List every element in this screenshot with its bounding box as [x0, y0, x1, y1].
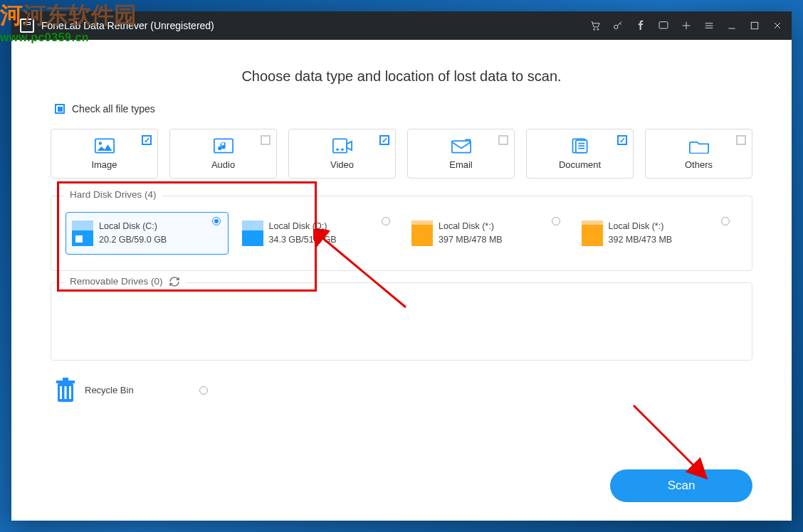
- audio-icon: [214, 138, 233, 155]
- svg-rect-16: [65, 386, 67, 399]
- maximize-icon[interactable]: [749, 20, 760, 31]
- type-label: Audio: [211, 159, 235, 170]
- facebook-icon[interactable]: [635, 20, 646, 31]
- page-heading: Choose data type and location of lost da…: [51, 68, 752, 85]
- drive-text: Local Disk (*:)397 MB/478 MB: [439, 220, 503, 247]
- type-checkbox[interactable]: [261, 135, 271, 145]
- svg-point-2: [614, 25, 618, 28]
- type-checkbox[interactable]: [617, 135, 627, 145]
- drives-legend: Hard Disk Drives (4): [64, 189, 162, 200]
- drive-radio[interactable]: [212, 217, 221, 225]
- drive-radio[interactable]: [552, 217, 560, 225]
- type-card-document[interactable]: Document: [526, 129, 634, 179]
- drive-text: Local Disk (D:)34.3 GB/51.7 GB: [269, 220, 337, 247]
- watermark-overlay: 河河东软件园 www.pc0359.cn: [0, 0, 137, 44]
- type-card-video[interactable]: Video: [288, 129, 396, 179]
- svg-rect-17: [69, 386, 71, 399]
- svg-point-6: [98, 142, 101, 144]
- svg-point-9: [336, 148, 339, 151]
- drive-icon: [411, 220, 433, 246]
- removable-legend-text: Removable Drives (0): [70, 276, 163, 287]
- email-icon: [451, 138, 471, 155]
- type-checkbox[interactable]: [736, 135, 746, 145]
- type-label: Email: [449, 159, 473, 170]
- watermark-url: www.pc0359.cn: [0, 31, 137, 44]
- video-icon: [332, 138, 352, 155]
- svg-rect-11: [451, 141, 470, 153]
- type-card-image[interactable]: Image: [51, 129, 158, 179]
- app-window: FoneLab Data Retriever (Unregistered) Ch…: [11, 11, 792, 521]
- drive-radio[interactable]: [382, 217, 390, 225]
- drive-item[interactable]: Local Disk (C:)20.2 GB/59.0 GB: [65, 212, 229, 255]
- type-label: Image: [91, 159, 117, 170]
- svg-rect-8: [332, 139, 346, 152]
- type-card-email[interactable]: Email: [407, 129, 515, 179]
- check-all-row[interactable]: Check all file types: [55, 103, 752, 115]
- svg-point-1: [597, 28, 599, 30]
- type-checkbox[interactable]: [498, 135, 508, 145]
- removable-legend: Removable Drives (0): [64, 276, 186, 287]
- document-icon: [570, 138, 590, 155]
- drive-text: Local Disk (*:)392 MB/473 MB: [609, 220, 673, 247]
- drive-icon: [582, 220, 603, 246]
- drives-section: Hard Disk Drives (4) Local Disk (C:)20.2…: [51, 196, 752, 271]
- minimize-icon[interactable]: [726, 20, 738, 31]
- key-icon[interactable]: [612, 20, 624, 31]
- drive-text: Local Disk (C:)20.2 GB/59.0 GB: [99, 220, 167, 247]
- type-label: Document: [559, 159, 601, 170]
- refresh-icon[interactable]: [169, 276, 180, 287]
- removable-section: Removable Drives (0): [51, 282, 752, 361]
- check-all-label: Check all file types: [72, 103, 155, 115]
- drive-item[interactable]: Local Disk (*:)397 MB/478 MB: [405, 212, 568, 255]
- type-label: Others: [685, 159, 713, 170]
- svg-point-0: [594, 28, 595, 30]
- close-icon[interactable]: [772, 20, 783, 31]
- type-card-audio[interactable]: Audio: [169, 129, 277, 179]
- others-icon: [689, 138, 709, 155]
- watermark-text: 河东软件园: [23, 2, 137, 28]
- cart-icon[interactable]: [589, 20, 601, 31]
- type-checkbox[interactable]: [379, 135, 389, 145]
- recycle-bin-icon: [55, 378, 76, 403]
- drive-item[interactable]: Local Disk (*:)392 MB/473 MB: [575, 212, 738, 255]
- svg-point-10: [341, 148, 344, 151]
- drive-radio[interactable]: [721, 217, 730, 225]
- svg-rect-19: [63, 378, 68, 381]
- type-card-others[interactable]: Others: [645, 129, 752, 179]
- scan-button-label: Scan: [668, 479, 696, 493]
- image-icon: [95, 138, 115, 155]
- menu-icon[interactable]: [703, 20, 715, 31]
- svg-rect-4: [751, 22, 757, 28]
- svg-rect-18: [56, 381, 75, 383]
- type-checkbox[interactable]: [142, 135, 152, 145]
- check-all-checkbox[interactable]: [55, 104, 65, 114]
- svg-rect-15: [60, 386, 62, 399]
- recycle-bin-row[interactable]: Recycle Bin: [55, 378, 752, 403]
- drive-icon: [242, 220, 263, 246]
- feedback-icon[interactable]: [658, 20, 669, 31]
- drive-icon: [72, 220, 93, 246]
- plus-icon[interactable]: [681, 20, 692, 31]
- scan-button[interactable]: Scan: [610, 469, 752, 502]
- recycle-bin-label: Recycle Bin: [85, 385, 134, 395]
- type-label: Video: [330, 159, 354, 170]
- drive-item[interactable]: Local Disk (D:)34.3 GB/51.7 GB: [236, 212, 399, 255]
- recycle-bin-radio[interactable]: [199, 386, 208, 395]
